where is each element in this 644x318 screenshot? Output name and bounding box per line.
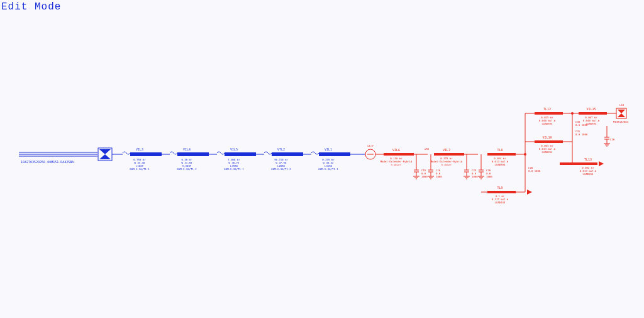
block-vil6[interactable]: VIL6 0.116 mr Model-Extender-Hybrid n_oc… xyxy=(380,148,414,166)
svg-text:LOAD445: LOAD445 xyxy=(495,201,506,204)
schematic-canvas[interactable]: 1842703528258-00M151-RA425BA- VIL3 0.756… xyxy=(0,0,644,318)
block-vtl2[interactable]: VTL2 56.718 mr W 37.96 L2050 00M.X.36/T1… xyxy=(256,147,303,171)
block-vil15[interactable]: VIL15 0.067 mr 0.040 muf.m LOADS94 xyxy=(579,107,607,125)
svg-text:VTL2: VTL2 xyxy=(277,147,285,151)
svg-rect-104 xyxy=(535,112,563,115)
block-vil5[interactable]: VIL5 7.068 mr W 36.72 L3950 00M.X.36/T1-… xyxy=(209,147,256,171)
block-vil3[interactable]: VIL3 0.756 mr W 34.48 L1067 00M.X.36/T1-… xyxy=(112,147,162,171)
block-vil7[interactable]: VIL7 0.378 mr Model-Extender-Hybrid n_oc… xyxy=(431,148,464,166)
cap-c28[interactable]: C28 0.0 1000 xyxy=(528,166,541,173)
svg-text:C20: C20 xyxy=(610,138,615,141)
svg-rect-19 xyxy=(225,152,256,156)
svg-text:VIL15: VIL15 xyxy=(586,107,596,111)
svg-text:VIL4: VIL4 xyxy=(183,147,191,151)
svg-text:1000: 1000 xyxy=(421,175,428,178)
svg-text:00M.X.36/T1-1: 00M.X.36/T1-1 xyxy=(224,168,244,171)
input-port[interactable]: 1842703528258-00M151-RA425BA- xyxy=(19,152,97,164)
svg-rect-12 xyxy=(177,152,209,156)
svg-rect-5 xyxy=(130,152,162,156)
svg-rect-94 xyxy=(535,140,563,143)
block-tl8[interactable]: TL8 0.054 mr 0.013 muf.m LOADS94 xyxy=(487,148,516,166)
svg-text:M145142064: M145142064 xyxy=(613,120,629,123)
input-label: 1842703528258-00M151-RA425BA- xyxy=(21,160,75,164)
svg-text:1000: 1000 xyxy=(486,175,492,178)
svg-rect-110 xyxy=(579,112,607,115)
cap-pair-1[interactable]: C15 0.0 1000 C16 0.0 1000 xyxy=(413,154,442,179)
blue-chain[interactable]: VIL3 0.756 mr W 34.48 L1067 00M.X.36/T1-… xyxy=(112,147,365,171)
svg-text:VIL6: VIL6 xyxy=(392,148,400,152)
svg-text:1000: 1000 xyxy=(436,175,442,178)
svg-rect-65 xyxy=(434,153,464,156)
svg-text:LOADS94: LOADS94 xyxy=(542,150,553,154)
svg-text:00M.X.36/T1-1: 00M.X.36/T1-1 xyxy=(130,168,150,171)
block-tl12[interactable]: TL12 0.025 mr 0.040 muf.m LOADS94 xyxy=(535,107,563,125)
svg-text:1000: 1000 xyxy=(472,175,478,178)
block-tl13[interactable]: TL13 0.052 mr 0.013 muf.m LOADS94 xyxy=(560,157,604,176)
ground-c20[interactable]: C20 xyxy=(604,126,615,146)
svg-text:0.0 1000: 0.0 1000 xyxy=(575,133,588,136)
svg-text:00M.X.36/T1-1: 00M.X.36/T1-1 xyxy=(318,168,338,171)
svg-rect-127 xyxy=(577,162,597,165)
svg-text:LOADS94: LOADS94 xyxy=(583,173,594,176)
cap-pair-2[interactable]: C25 0.0 1000 C26 0.0 1000 xyxy=(464,154,492,179)
svg-text:0.0 1000: 0.0 1000 xyxy=(575,123,588,127)
svg-rect-85 xyxy=(487,153,516,156)
red-chain[interactable]: VIL6 0.116 mr Model-Extender-Hybrid n_oc… xyxy=(375,147,525,179)
svg-text:VIL5: VIL5 xyxy=(230,147,238,151)
svg-rect-26 xyxy=(272,152,303,156)
svg-rect-139 xyxy=(487,191,516,193)
svg-text:LOADS94: LOADS94 xyxy=(542,122,553,125)
svg-text:u1=7: u1=7 xyxy=(367,144,374,147)
svg-text:0.0 1000: 0.0 1000 xyxy=(528,169,541,173)
svg-text:n_ocurr: n_ocurr xyxy=(391,163,402,166)
svg-text:00M.X.36/T1-2: 00M.X.36/T1-2 xyxy=(271,168,291,171)
svg-text:LOADS94: LOADS94 xyxy=(495,163,506,166)
svg-text:VIL1: VIL1 xyxy=(325,147,332,151)
center-ref[interactable]: u1=7 xyxy=(365,144,375,159)
block-vil1[interactable]: VIL1 0.249 mr W 30.42 L3150 00M.X.36/T1-… xyxy=(303,147,350,171)
svg-text:TL9: TL9 xyxy=(497,186,502,190)
input-component[interactable] xyxy=(98,148,112,161)
svg-text:n_ocurr: n_ocurr xyxy=(441,163,452,166)
block-vil10[interactable]: VIL10 0.004 mr 0.013 muf.m LOADS94 xyxy=(525,135,572,154)
svg-text:TL12: TL12 xyxy=(543,107,551,111)
svg-text:TL13: TL13 xyxy=(584,157,592,161)
svg-text:VIL3: VIL3 xyxy=(136,147,143,151)
svg-text:VIL7: VIL7 xyxy=(443,148,450,152)
svg-text:TL8: TL8 xyxy=(497,148,502,152)
block-vil4[interactable]: VIL4 0.46 mr W 31.56 V,3007 00M.X.36/T1-… xyxy=(162,147,209,171)
svg-text:L18: L18 xyxy=(619,103,625,106)
svg-text:00M.X.36/T1-2: 00M.X.36/T1-2 xyxy=(177,168,197,171)
svg-text:u56: u56 xyxy=(425,147,430,150)
svg-rect-33 xyxy=(319,152,350,156)
svg-text:VIL10: VIL10 xyxy=(542,135,552,139)
svg-rect-44 xyxy=(384,153,414,156)
